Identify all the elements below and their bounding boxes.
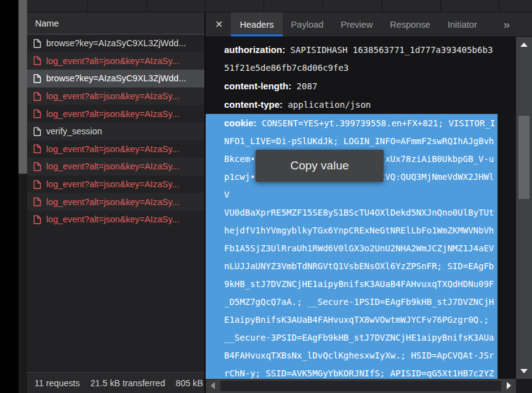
request-name: verify_session bbox=[46, 126, 102, 136]
request-row-6[interactable]: log_event?alt=json&key=AIzaSy... bbox=[27, 140, 204, 158]
tab-response[interactable]: Response bbox=[381, 12, 439, 36]
tab-headers[interactable]: Headers bbox=[231, 12, 282, 36]
vertical-scrollbar[interactable] bbox=[516, 37, 532, 379]
document-icon bbox=[33, 162, 41, 171]
document-icon bbox=[33, 144, 41, 153]
tab-payload[interactable]: Payload bbox=[283, 12, 332, 36]
request-name: log_event?alt=json&key=AIzaSy... bbox=[46, 109, 179, 119]
horizontal-scrollbar-track[interactable] bbox=[220, 381, 501, 391]
strip-divider bbox=[440, 0, 441, 12]
header-name: content-type: bbox=[224, 99, 283, 110]
network-status-bar: 11 requests 21.5 kB transferred 805 kB bbox=[27, 372, 204, 393]
header-value: 2087 bbox=[297, 81, 318, 91]
request-list-filler bbox=[27, 229, 204, 372]
strip-divider bbox=[147, 0, 147, 12]
scroll-left-icon[interactable] bbox=[211, 382, 215, 389]
scrollbar-corner bbox=[516, 379, 532, 393]
devtools-window: Name browse?key=AIzaSyC9XL3ZjWdd... log_… bbox=[0, 0, 532, 393]
request-row-0[interactable]: browse?key=AIzaSyC9XL3ZjWdd... bbox=[27, 34, 204, 52]
request-row-1[interactable]: log_event?alt=json&key=AIzaSy... bbox=[27, 52, 204, 70]
request-row-7[interactable]: log_event?alt=json&key=AIzaSy... bbox=[27, 158, 204, 176]
close-icon[interactable]: ✕ bbox=[215, 18, 223, 30]
request-list-pane: Name browse?key=AIzaSyC9XL3ZjWdd... log_… bbox=[27, 12, 204, 393]
page-background-edge bbox=[0, 0, 18, 393]
network-panel: Name browse?key=AIzaSyC9XL3ZjWdd... log_… bbox=[27, 12, 532, 393]
name-column-label: Name bbox=[35, 18, 59, 28]
scroll-up-icon[interactable] bbox=[520, 43, 528, 47]
horizontal-scrollbar[interactable] bbox=[206, 379, 516, 393]
document-icon bbox=[33, 39, 41, 48]
header-entry-authorization[interactable]: authorization: SAPISIDHASH 1638563771_1d… bbox=[224, 41, 516, 77]
request-row-3[interactable]: log_event?alt=json&key=AIzaSy... bbox=[27, 87, 204, 105]
request-count: 11 requests bbox=[34, 378, 80, 388]
strip-divider bbox=[382, 0, 382, 12]
request-details-pane: ✕ HeadersPayloadPreviewResponseInitiator… bbox=[206, 12, 532, 393]
page-scrollbar[interactable] bbox=[18, 0, 27, 393]
request-name: log_event?alt=json&key=AIzaSy... bbox=[46, 56, 179, 66]
document-icon bbox=[33, 92, 41, 101]
document-icon bbox=[33, 74, 41, 83]
strip-divider bbox=[264, 0, 264, 12]
scroll-right-icon[interactable] bbox=[507, 382, 511, 389]
tab-preview[interactable]: Preview bbox=[332, 12, 381, 36]
request-row-10[interactable]: log_event?alt=json&key=AIzaSy... bbox=[27, 211, 204, 229]
scroll-down-icon[interactable] bbox=[520, 369, 528, 373]
document-icon bbox=[33, 215, 41, 224]
page-scrollbar-thumb[interactable] bbox=[18, 0, 27, 174]
strip-divider bbox=[323, 0, 323, 12]
context-menu: Copy value bbox=[256, 150, 384, 182]
document-icon bbox=[33, 109, 41, 118]
strip-divider bbox=[499, 0, 499, 12]
header-entry-content-length[interactable]: content-length: 2087 bbox=[224, 77, 516, 95]
name-column-header[interactable]: Name bbox=[27, 12, 204, 34]
document-icon bbox=[33, 127, 41, 136]
request-name: browse?key=AIzaSyC9XL3ZjWdd... bbox=[46, 73, 186, 83]
more-tabs-icon[interactable]: » bbox=[503, 18, 510, 31]
network-table-top-strip bbox=[27, 0, 532, 12]
context-menu-item-copy-value[interactable]: Copy value bbox=[290, 159, 349, 172]
vertical-scrollbar-thumb[interactable] bbox=[518, 116, 530, 199]
request-row-4[interactable]: log_event?alt=json&key=AIzaSy... bbox=[27, 105, 204, 123]
request-row-9[interactable]: log_event?alt=json&key=AIzaSy... bbox=[27, 193, 204, 211]
request-name: log_event?alt=json&key=AIzaSy... bbox=[46, 214, 179, 224]
strip-divider bbox=[87, 0, 88, 12]
document-icon bbox=[33, 180, 41, 189]
request-row-8[interactable]: log_event?alt=json&key=AIzaSy... bbox=[27, 176, 204, 193]
header-value: application/json bbox=[288, 100, 371, 110]
document-icon bbox=[33, 56, 41, 65]
request-name: log_event?alt=json&key=AIzaSy... bbox=[46, 179, 179, 189]
strip-divider bbox=[205, 0, 206, 12]
request-name: log_event?alt=json&key=AIzaSy... bbox=[46, 91, 179, 101]
request-row-2[interactable]: browse?key=AIzaSyC9XL3ZjWdd... bbox=[27, 70, 204, 87]
request-name: log_event?alt=json&key=AIzaSy... bbox=[46, 161, 179, 171]
header-name: content-length: bbox=[224, 81, 291, 91]
details-tab-bar: ✕ HeadersPayloadPreviewResponseInitiator… bbox=[206, 12, 532, 37]
request-name: log_event?alt=json&key=AIzaSy... bbox=[46, 197, 179, 207]
tab-spacer bbox=[486, 12, 504, 36]
document-icon bbox=[33, 197, 41, 206]
transferred-size: 21.5 kB transferred bbox=[91, 378, 166, 388]
request-name: log_event?alt=json&key=AIzaSy... bbox=[46, 144, 179, 154]
resources-size: 805 kB bbox=[175, 378, 203, 388]
headers-content: authorization: SAPISIDHASH 1638563771_1d… bbox=[206, 37, 516, 379]
header-entry-content-type[interactable]: content-type: application/json bbox=[224, 95, 516, 114]
request-name: browse?key=AIzaSyC9XL3ZjWdd... bbox=[46, 38, 186, 48]
request-row-5[interactable]: verify_session bbox=[27, 123, 204, 140]
tab-initiator[interactable]: Initiator bbox=[439, 12, 486, 36]
header-name: authorization: bbox=[224, 44, 285, 55]
header-name: cookie: bbox=[224, 118, 257, 128]
request-list: browse?key=AIzaSyC9XL3ZjWdd... log_event… bbox=[27, 34, 204, 229]
